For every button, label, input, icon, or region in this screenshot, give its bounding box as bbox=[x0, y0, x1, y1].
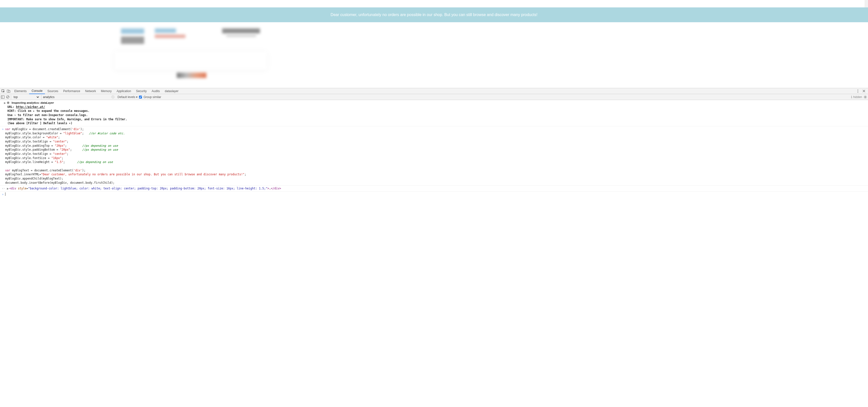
blurred-block bbox=[155, 35, 185, 38]
devtools-tab-bar: Elements Console Sources Performance Net… bbox=[0, 88, 868, 94]
clear-filter-icon[interactable]: ⓧ bbox=[110, 95, 116, 99]
inspector-hint: Use ~ to filter out non-Inspector consol… bbox=[4, 113, 866, 117]
tab-console[interactable]: Console bbox=[29, 88, 45, 94]
console-result-row: ‹· ▶<div style="background-color: lightb… bbox=[0, 186, 868, 192]
tab-application[interactable]: Application bbox=[114, 88, 133, 94]
group-similar-checkbox[interactable] bbox=[139, 95, 142, 98]
blurred-block bbox=[177, 72, 206, 78]
svg-line-15 bbox=[864, 96, 865, 96]
svg-point-3 bbox=[858, 89, 858, 90]
svg-line-17 bbox=[866, 96, 866, 96]
disclosure-triangle-icon[interactable]: ▶ bbox=[4, 101, 6, 105]
prompt-caret-icon: › bbox=[2, 193, 5, 197]
console-input-row: › var myBlogDiv = document.createElement… bbox=[0, 126, 868, 186]
close-icon[interactable] bbox=[862, 89, 866, 93]
return-caret-icon: ‹· bbox=[2, 186, 7, 191]
console-log-area[interactable]: ▶ Inspecting analytics: dataLayer URL: h… bbox=[0, 100, 868, 197]
svg-rect-2 bbox=[9, 90, 10, 92]
inspector-hint: HINT: Click on ▸ to expand the console m… bbox=[4, 109, 866, 113]
inspect-element-icon[interactable] bbox=[1, 89, 5, 93]
tab-network[interactable]: Network bbox=[83, 88, 98, 94]
tab-sources[interactable]: Sources bbox=[45, 88, 61, 94]
group-similar-label: Group similar bbox=[144, 95, 161, 99]
tab-audits[interactable]: Audits bbox=[149, 88, 162, 94]
inspector-url: URL: http://pirker.at/ bbox=[4, 105, 866, 109]
gear-icon[interactable] bbox=[864, 95, 867, 99]
kebab-menu-icon[interactable] bbox=[856, 89, 860, 93]
inspector-important: IMPORTANT: Make sure to show Info, Warni… bbox=[4, 117, 866, 121]
tab-security[interactable]: Security bbox=[133, 88, 149, 94]
disclosure-triangle-icon[interactable]: ▶ bbox=[7, 187, 9, 191]
console-toolbar: top ⓧ Default levels ▾ Group similar 1 h… bbox=[0, 94, 868, 100]
tab-performance[interactable]: Performance bbox=[61, 88, 83, 94]
svg-point-10 bbox=[865, 96, 866, 97]
inspector-header-row: ▶ Inspecting analytics: dataLayer URL: h… bbox=[0, 100, 868, 126]
hidden-messages-count[interactable]: 1 hidden bbox=[851, 95, 862, 99]
blurred-block bbox=[114, 51, 267, 70]
device-toolbar-icon[interactable] bbox=[7, 89, 10, 93]
page-gap bbox=[0, 0, 868, 7]
page-content-blurred bbox=[0, 22, 868, 88]
svg-rect-6 bbox=[1, 95, 4, 98]
svg-line-9 bbox=[7, 96, 9, 98]
clear-console-icon[interactable] bbox=[6, 95, 9, 99]
blurred-block bbox=[121, 36, 144, 44]
svg-point-4 bbox=[858, 91, 858, 91]
log-level-label: Default levels ▾ bbox=[118, 95, 137, 99]
console-code-snippet: var myBlogDiv = document.createElement('… bbox=[5, 127, 866, 185]
devtools-panel: Elements Console Sources Performance Net… bbox=[0, 88, 868, 197]
tab-elements[interactable]: Elements bbox=[12, 88, 29, 94]
console-input[interactable] bbox=[5, 193, 866, 197]
blurred-block bbox=[226, 35, 256, 36]
log-level-dropdown[interactable]: Default levels ▾ bbox=[118, 95, 137, 99]
svg-point-5 bbox=[858, 92, 858, 93]
blurred-block bbox=[155, 28, 176, 33]
tab-memory[interactable]: Memory bbox=[98, 88, 114, 94]
blurred-block bbox=[121, 28, 144, 34]
console-sidebar-toggle-icon[interactable] bbox=[1, 95, 4, 99]
inspector-title: Inspecting analytics: dataLayer bbox=[11, 101, 54, 104]
inspector-globe-icon bbox=[6, 101, 10, 105]
announcement-banner: Dear customer, unfortunately no orders a… bbox=[0, 7, 868, 22]
announcement-text: Dear customer, unfortunately no orders a… bbox=[331, 12, 537, 17]
console-prompt-row[interactable]: › bbox=[0, 192, 868, 197]
console-filter-input[interactable] bbox=[43, 95, 108, 99]
svg-line-16 bbox=[866, 98, 866, 98]
inspector-important: (See above [Filter ] Default levels ▾) bbox=[4, 121, 866, 125]
svg-line-18 bbox=[864, 98, 865, 98]
console-result-value[interactable]: ▶<div style="background-color: lightblue… bbox=[7, 186, 281, 191]
inspector-url-link[interactable]: http://pirker.at/ bbox=[16, 105, 45, 109]
tab-dataslayer[interactable]: dataslayer bbox=[162, 88, 181, 94]
execution-context-select[interactable]: top bbox=[12, 95, 40, 99]
prompt-caret-icon: › bbox=[2, 127, 5, 132]
blurred-block bbox=[222, 28, 260, 33]
